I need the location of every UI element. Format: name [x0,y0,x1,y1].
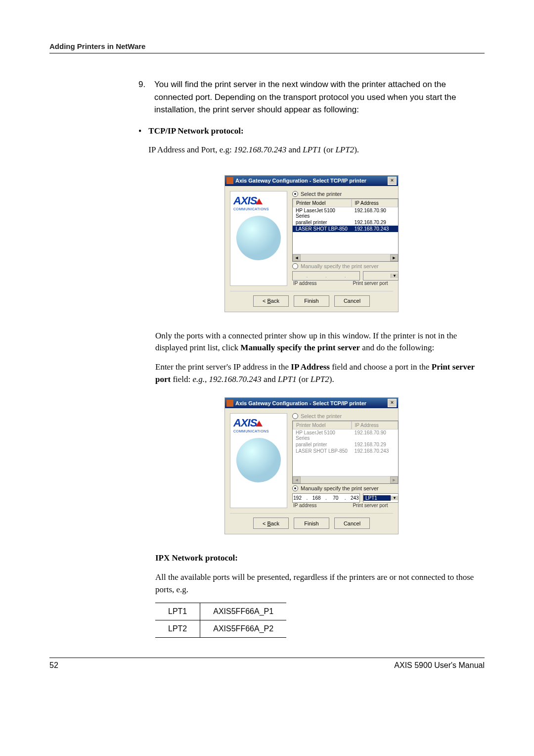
finish-button[interactable]: Finish [294,295,329,307]
only-ports-paragraph: Only the ports with a connected printer … [155,330,485,354]
radio-select-printer[interactable]: Select the printer [292,191,399,197]
ipx-title: IPX Network protocol: [155,552,485,565]
tcp-ip-section: • TCP/IP Network protocol: IP Address an… [138,125,485,163]
port-select[interactable]: LPT1▼ [363,493,399,503]
enter-ip-paragraph: Enter the print server's IP address in t… [155,361,485,385]
port-select: ▼ [363,271,399,281]
back-button[interactable]: < Back [253,295,289,307]
ip-address-input: ... [292,271,360,281]
port-mapping-table: LPT1AXIS5FF66A_P1 LPT2AXIS5FF66A_P2 [155,603,286,638]
tcp-dialog-select: Axis Gateway Configuration - Select TCP/… [224,175,399,312]
close-icon[interactable]: × [388,399,397,407]
finish-button[interactable]: Finish [294,518,329,529]
scrollbar[interactable]: ◄► [293,476,398,483]
globe-graphic [236,438,281,482]
cancel-button[interactable]: Cancel [334,295,370,307]
section-header: Adding Printers in NetWare [49,42,145,50]
radio-manual[interactable]: Manually specify the print server [292,485,399,491]
radio-select-printer[interactable]: Select the printer [292,413,399,419]
printer-list[interactable]: Printer ModelIP Address HP LaserJet 5100… [292,198,399,262]
app-icon [226,177,233,184]
axis-logo: AXIS [233,194,284,207]
axis-logo: AXIS [233,417,284,429]
page-number: 52 [49,661,58,670]
close-icon[interactable]: × [388,177,397,185]
cancel-button[interactable]: Cancel [334,518,370,529]
ip-address-input[interactable]: 192.168.70.243 [292,493,360,503]
ipx-text: All the available ports will be presente… [155,571,485,596]
radio-manual[interactable]: Manually specify the print server [292,263,399,269]
printer-list: Printer ModelIP Address HP LaserJet 5100… [292,421,399,484]
scrollbar[interactable]: ◄► [293,254,398,261]
tcp-dialog-manual: Axis Gateway Configuration - Select TCP/… [224,397,399,534]
globe-graphic [236,216,281,260]
manual-title: AXIS 5900 User's Manual [394,661,485,670]
app-icon [226,400,233,407]
back-button[interactable]: < Back [253,518,289,529]
step-9: 9. You will find the print server in the… [138,78,485,116]
